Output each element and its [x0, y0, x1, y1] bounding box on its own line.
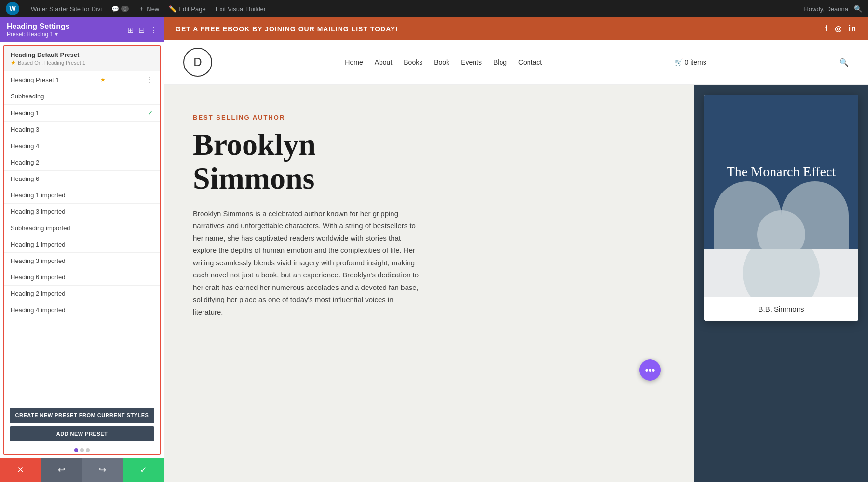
preset-label-12: Heading 3 imported [11, 257, 65, 264]
fab-button[interactable]: ••• [639, 359, 661, 381]
search-nav-icon[interactable]: 🔍 [839, 58, 849, 67]
panel-header-left: Heading Settings Preset: Heading 1 ▾ [7, 22, 70, 38]
admin-bar-items: Writer Starter Site for Divi 💬 0 ＋ New ✏… [27, 3, 270, 14]
left-panel: Heading Settings Preset: Heading 1 ▾ ⊞ ⊟… [0, 17, 164, 482]
undo-button[interactable]: ↩ [41, 458, 82, 482]
nav-link-events[interactable]: Events [461, 58, 482, 66]
bottom-circle [743, 249, 820, 297]
preset-item-9[interactable]: Heading 3 imported [4, 204, 160, 220]
star-icon: ★ [11, 59, 16, 66]
preset-item-15[interactable]: Heading 4 imported [4, 302, 160, 318]
preset-item-4[interactable]: Heading 3 [4, 122, 160, 138]
preset-item-10[interactable]: Subheading imported [4, 220, 160, 236]
panel-title: Heading Settings [7, 22, 70, 31]
add-preset-button[interactable]: ADD NEW PRESET [10, 426, 154, 441]
nav-link-contact[interactable]: Contact [518, 58, 542, 66]
preset-check-icon: ✓ [148, 109, 153, 117]
nav-link-blog[interactable]: Blog [493, 58, 507, 66]
cart-count: 0 items [685, 58, 706, 66]
nav-links: HomeAboutBooksBookEventsBlogContact [345, 58, 542, 66]
preset-item-14[interactable]: Heading 2 imported [4, 286, 160, 302]
cart-area[interactable]: 🛒 0 items [675, 58, 706, 66]
preset-default-title: Heading Default Preset [11, 51, 153, 58]
preset-item-6[interactable]: Heading 2 [4, 154, 160, 171]
preset-item-2[interactable]: Subheading [4, 88, 160, 105]
preset-item-8[interactable]: Heading 1 imported [4, 187, 160, 204]
viewport-icon[interactable]: ⊞ [127, 26, 134, 35]
preset-label-15: Heading 4 imported [11, 306, 65, 314]
cart-icon: 🛒 [675, 58, 683, 66]
promo-social-icons: f ◎ in [825, 24, 856, 33]
admin-bar-new[interactable]: ＋ New [135, 3, 163, 14]
layout-icon[interactable]: ⊟ [138, 26, 145, 35]
promo-banner: GET A FREE EBOOK BY JOINING OUR MAILING … [164, 17, 868, 40]
admin-bar-exit-builder[interactable]: Exit Visual Builder [212, 4, 270, 14]
preset-dropdown: Heading Default Preset ★ Based On: Headi… [3, 45, 161, 455]
hero-title-line2: Simmons [193, 161, 315, 195]
preset-item-5[interactable]: Heading 4 [4, 138, 160, 154]
preset-item-12[interactable]: Heading 3 imported [4, 253, 160, 269]
hero-section: BEST SELLING AUTHOR Brooklyn Simmons Bro… [164, 85, 868, 482]
preset-label-3: Heading 1 [11, 110, 39, 117]
panel-header-icons: ⊞ ⊟ ⋮ [127, 26, 157, 35]
preset-label-14: Heading 2 imported [11, 290, 65, 297]
preset-dots-icon[interactable]: ⋮ [147, 76, 153, 83]
preset-label-9: Heading 3 imported [11, 208, 65, 215]
admin-bar-site-link[interactable]: Writer Starter Site for Divi [27, 4, 106, 14]
panel-preset-label[interactable]: Preset: Heading 1 ▾ [7, 31, 70, 38]
dot-3 [86, 448, 90, 452]
preset-label-10: Subheading imported [11, 224, 70, 232]
preset-label-11: Heading 1 imported [11, 241, 65, 248]
preset-item-3[interactable]: Heading 1✓ [4, 105, 160, 122]
instagram-icon[interactable]: ◎ [835, 24, 842, 33]
preset-label-6: Heading 2 [11, 159, 39, 166]
promo-text: GET A FREE EBOOK BY JOINING OUR MAILING … [176, 25, 398, 33]
preset-default-sub: ★ Based On: Heading Preset 1 [11, 59, 153, 66]
book-author: B.B. Simmons [712, 305, 851, 313]
dot-2 [80, 448, 84, 452]
hero-left: BEST SELLING AUTHOR Brooklyn Simmons Bro… [164, 85, 694, 482]
hero-title-line1: Brooklyn [193, 127, 316, 162]
more-options-icon[interactable]: ⋮ [149, 26, 157, 35]
main-layout: Heading Settings Preset: Heading 1 ▾ ⊞ ⊟… [0, 17, 868, 482]
save-button[interactable]: ✓ [123, 458, 164, 482]
preset-label-1: Heading Preset 1 [11, 76, 59, 83]
book-bottom-shape [704, 249, 858, 297]
nav-link-books[interactable]: Books [404, 58, 422, 66]
nav-link-home[interactable]: Home [345, 58, 363, 66]
book-cover-title: The Monarch Effect [717, 153, 846, 190]
preset-item-7[interactable]: Heading 6 [4, 171, 160, 187]
facebook-icon[interactable]: f [825, 24, 827, 33]
preset-item-1[interactable]: Heading Preset 1★⋮ [4, 71, 160, 88]
preset-label-5: Heading 4 [11, 142, 39, 150]
nav-link-about[interactable]: About [375, 58, 393, 66]
panel-header: Heading Settings Preset: Heading 1 ▾ ⊞ ⊟… [0, 17, 164, 42]
wp-admin-bar: W Writer Starter Site for Divi 💬 0 ＋ New… [0, 0, 868, 17]
linkedin-icon[interactable]: in [849, 24, 856, 33]
preset-label-2: Subheading [11, 93, 44, 100]
hero-description: Brooklyn Simmons is a celebrated author … [193, 207, 424, 318]
admin-howdy: Howdy, Deanna [804, 5, 848, 13]
nav-link-book[interactable]: Book [434, 58, 449, 66]
panel-dots-indicator [4, 446, 160, 454]
redo-button[interactable]: ↪ [82, 458, 123, 482]
create-preset-button[interactable]: CREATE NEW PRESET FROM CURRENT STYLES [10, 408, 154, 423]
preset-label-13: Heading 6 imported [11, 274, 65, 281]
site-logo[interactable]: D [183, 48, 212, 77]
admin-bar-edit-page[interactable]: ✏️ Edit Page [165, 4, 209, 14]
panel-bottom-bar: ✕ ↩ ↪ ✓ [0, 458, 164, 482]
preset-list: Heading Preset 1★⋮SubheadingHeading 1✓He… [4, 71, 160, 403]
preset-label-8: Heading 1 imported [11, 192, 65, 199]
admin-bar-right: Howdy, Deanna 🔍 [804, 5, 862, 13]
admin-bar-comments[interactable]: 💬 0 [108, 4, 133, 14]
preset-buttons: CREATE NEW PRESET FROM CURRENT STYLES AD… [4, 403, 160, 446]
preset-item-11[interactable]: Heading 1 imported [4, 236, 160, 253]
dot-1 [74, 448, 78, 452]
wp-logo[interactable]: W [6, 2, 19, 15]
admin-search-icon[interactable]: 🔍 [854, 5, 862, 13]
hero-title: Brooklyn Simmons [193, 128, 665, 196]
site-nav: D HomeAboutBooksBookEventsBlogContact 🛒 … [164, 40, 868, 85]
preset-item-13[interactable]: Heading 6 imported [4, 269, 160, 286]
book-card: The Monarch Effect B.B. Simmons [704, 95, 858, 321]
cancel-button[interactable]: ✕ [0, 458, 41, 482]
